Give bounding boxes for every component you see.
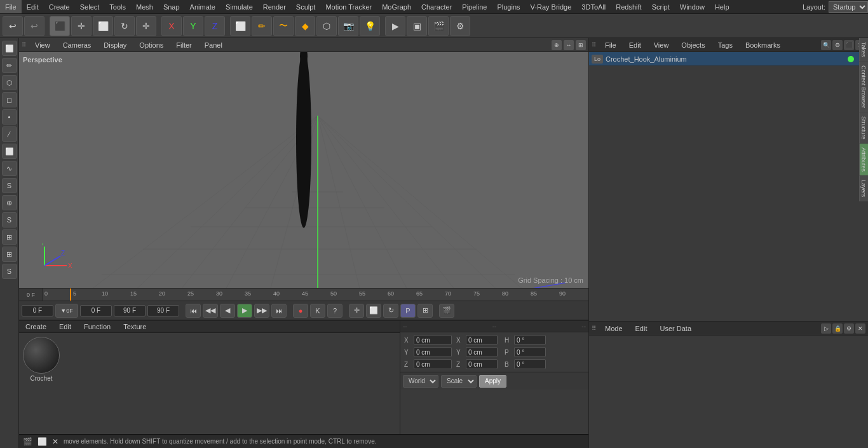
- menu-snap[interactable]: Snap: [158, 0, 185, 13]
- attr-menu-edit[interactable]: Edit: [632, 323, 651, 334]
- sidebar-snap-btn[interactable]: S: [2, 264, 17, 279]
- sidebar-model-btn[interactable]: ⬜: [2, 41, 17, 56]
- mat-menu-texture[interactable]: Texture: [119, 322, 150, 331]
- modifier-button[interactable]: ◆: [295, 16, 315, 36]
- camera-button[interactable]: 📷: [338, 16, 358, 36]
- menu-vray[interactable]: V-Ray Bridge: [526, 0, 577, 13]
- menu-window[interactable]: Window: [675, 0, 710, 13]
- menu-sculpt[interactable]: Sculpt: [291, 0, 321, 13]
- objects-menu-edit[interactable]: Edit: [625, 40, 645, 50]
- viewport-menu-options[interactable]: Options: [135, 40, 167, 50]
- coord-h-rot[interactable]: [514, 335, 546, 345]
- sidebar-edit-btn[interactable]: ✏: [2, 58, 17, 73]
- viewport-menu-view[interactable]: View: [31, 40, 54, 50]
- coord-y-size[interactable]: [466, 347, 498, 357]
- preview-field-btn[interactable]: ▼0F: [55, 304, 78, 318]
- end-frame-field[interactable]: [114, 305, 146, 316]
- go-start-button[interactable]: ⏮: [186, 304, 201, 318]
- p-playback-btn[interactable]: P: [400, 304, 416, 318]
- sidebar-move-btn[interactable]: ⊕: [2, 195, 17, 210]
- viewport-icon-1[interactable]: ⊕: [552, 40, 562, 50]
- model-mode-button[interactable]: ⬛: [50, 16, 70, 36]
- start-frame-field[interactable]: [80, 305, 112, 316]
- menu-edit[interactable]: Edit: [22, 0, 44, 13]
- menu-select[interactable]: Select: [75, 0, 105, 13]
- objects-menu-bookmarks[interactable]: Bookmarks: [742, 40, 784, 50]
- attr-icon-nav[interactable]: ▷: [821, 323, 831, 334]
- vtab-content-browser[interactable]: Content Browser: [859, 62, 868, 112]
- viewport-menu-filter[interactable]: Filter: [172, 40, 195, 50]
- sidebar-pt-btn[interactable]: •: [2, 109, 17, 125]
- menu-simulate[interactable]: Simulate: [220, 0, 258, 13]
- objects-menu-view[interactable]: View: [650, 40, 673, 50]
- viewport-icon-3[interactable]: ⊞: [576, 40, 586, 50]
- viewport-menu-panel[interactable]: Panel: [201, 40, 226, 50]
- timeline-area[interactable]: 0 F 0 5 10 15 20 25 30 35 40: [19, 288, 588, 301]
- light-button[interactable]: 💡: [360, 16, 380, 36]
- status-icon-3[interactable]: ✕: [52, 437, 58, 446]
- anim-mode-btn[interactable]: 🎬: [439, 304, 454, 318]
- coord-b-rot[interactable]: [514, 359, 546, 369]
- auto-key-button[interactable]: K: [310, 304, 325, 318]
- render-region-button[interactable]: ▣: [407, 16, 427, 36]
- y-axis-button[interactable]: Y: [183, 16, 203, 36]
- sidebar-edge-btn[interactable]: ∕: [2, 126, 17, 142]
- objects-settings-icon[interactable]: ⚙: [832, 40, 843, 50]
- current-frame-field[interactable]: 0 F: [22, 305, 53, 316]
- mat-menu-create[interactable]: Create: [22, 322, 50, 331]
- timeline-tick-area[interactable]: 0 5 10 15 20 25 30 35 40 45 50 55: [44, 288, 588, 301]
- menu-create[interactable]: Create: [44, 0, 75, 13]
- rotate-tool-button[interactable]: ↻: [114, 16, 135, 36]
- pen-button[interactable]: ✏: [252, 16, 272, 36]
- move-tool-button[interactable]: ✛: [71, 16, 92, 36]
- render-settings-button[interactable]: ⚙: [450, 16, 470, 36]
- objects-menu-tags[interactable]: Tags: [714, 40, 736, 50]
- vtab-structure[interactable]: Structure: [859, 112, 868, 144]
- z-axis-button[interactable]: Z: [205, 16, 225, 36]
- go-end-button[interactable]: ⏭: [271, 304, 287, 318]
- render-viewport-button[interactable]: ▶: [385, 16, 405, 36]
- menu-pipeline[interactable]: Pipeline: [457, 0, 492, 13]
- attr-menu-mode[interactable]: Mode: [601, 323, 627, 334]
- vtab-takes[interactable]: Takes: [859, 38, 868, 62]
- grid-playback-btn[interactable]: ⊞: [417, 304, 433, 318]
- sidebar-paint-btn[interactable]: S: [2, 178, 17, 193]
- sidebar-uv-btn[interactable]: ⬡: [2, 75, 17, 90]
- play-button[interactable]: ▶: [237, 304, 252, 318]
- menu-animate[interactable]: Animate: [185, 0, 220, 13]
- viewport-menu-cameras[interactable]: Cameras: [59, 40, 95, 50]
- status-icon-2[interactable]: ⬜: [37, 437, 47, 446]
- render-output-button[interactable]: 🎬: [428, 16, 449, 36]
- menu-3dtoall[interactable]: 3DToAll: [576, 0, 611, 13]
- vtab-attributes[interactable]: Attributes: [859, 144, 868, 176]
- menu-redshift[interactable]: Redshift: [611, 0, 646, 13]
- record-button[interactable]: ●: [293, 304, 308, 318]
- mat-menu-function[interactable]: Function: [80, 322, 114, 331]
- status-icon-1[interactable]: 🎬: [23, 437, 32, 446]
- max-frame-field[interactable]: [147, 305, 179, 316]
- help-button[interactable]: ?: [327, 304, 342, 318]
- mat-menu-edit[interactable]: Edit: [55, 322, 75, 331]
- material-button[interactable]: ⬡: [316, 16, 337, 36]
- objects-search-icon[interactable]: 🔍: [821, 40, 831, 50]
- objects-menu-objects[interactable]: Objects: [677, 40, 709, 50]
- viewport-menu-display[interactable]: Display: [100, 40, 130, 50]
- menu-script[interactable]: Script: [647, 0, 675, 13]
- tree-item-crochet[interactable]: Lo Crochet_Hook_Aluminium: [589, 52, 868, 66]
- objects-expand-icon[interactable]: ⬛: [844, 40, 854, 50]
- sidebar-grid1-btn[interactable]: ⊞: [2, 229, 17, 245]
- step-forward-button[interactable]: ▶▶: [254, 304, 269, 318]
- rot-playback-btn[interactable]: ↻: [383, 304, 398, 318]
- x-axis-button[interactable]: X: [161, 16, 182, 36]
- menu-mesh[interactable]: Mesh: [131, 0, 158, 13]
- play-back-button[interactable]: ◀: [220, 304, 235, 318]
- redo-button[interactable]: ↩: [24, 16, 44, 36]
- menu-mograph[interactable]: MoGraph: [377, 0, 416, 13]
- attr-icon-settings[interactable]: ⚙: [844, 323, 854, 334]
- attr-menu-userdata[interactable]: User Data: [656, 323, 696, 334]
- step-back-button[interactable]: ◀◀: [203, 304, 218, 318]
- menu-help[interactable]: Help: [710, 0, 735, 13]
- coord-p-rot[interactable]: [514, 347, 546, 357]
- coord-x-pos[interactable]: [414, 335, 452, 345]
- menu-motion-tracker[interactable]: Motion Tracker: [320, 0, 377, 13]
